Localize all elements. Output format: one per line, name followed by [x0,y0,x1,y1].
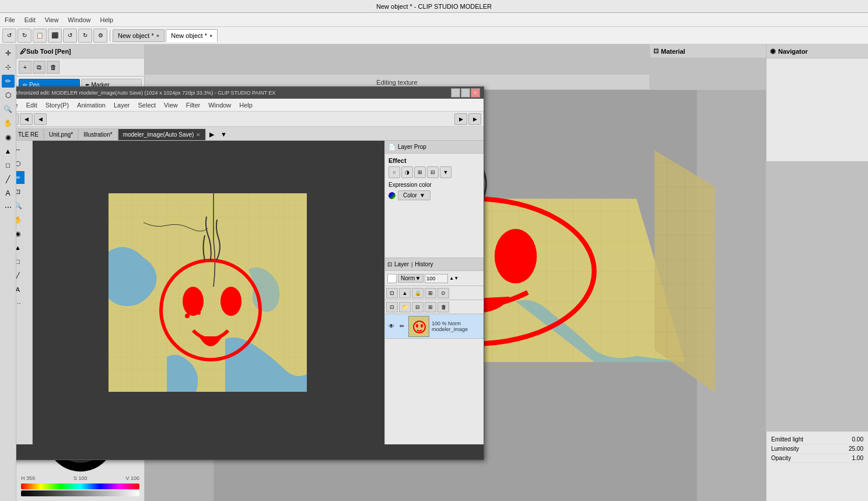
csp-menu-edit[interactable]: Edit [22,100,41,110]
tool-shape[interactable]: □ [2,159,15,172]
menu-help[interactable]: Help [95,15,118,25]
layer-lock[interactable] [387,274,397,283]
tabs-dropdown[interactable]: ▼ [218,128,229,140]
csp-tb-3[interactable]: ◀ [34,113,47,125]
layer-action-7[interactable]: 📁 [399,302,411,312]
tabs-scroll-right[interactable]: ▶ [206,128,218,140]
csp-layer-panel: ⊡ Layer | History Norm ▼ 100 ▲▼ ⊡ ▲ 🔒 ⊞ … [384,258,484,444]
menu-edit[interactable]: Edit [20,15,40,25]
csp-tb-r1[interactable]: ▶ [454,113,467,125]
layer-action-9[interactable]: ⊞ [425,302,436,312]
modeler-toolbar: ↺ ↻ 📋 ⬛ ↺ ↻ ⚙ New object * ● New object … [0,27,868,44]
color-indicator [388,192,396,199]
menu-view[interactable]: View [40,15,64,25]
toolbar-btn-4[interactable]: ⬛ [48,29,62,43]
layer-entry[interactable]: 👁 ✏ 100 % Norm modeler_image [385,314,484,339]
sub-tool-copy[interactable]: ⧉ [33,61,46,74]
title-text: New object * - CLIP STUDIO MODELER [376,3,492,10]
csp-menu-select[interactable]: Select [134,100,160,110]
effect-btn-1[interactable]: ○ [388,166,400,178]
layer-action-4[interactable]: ⊞ [425,288,436,298]
layer-action-3[interactable]: 🔒 [412,288,424,298]
svg-point-15 [421,324,423,328]
layer-panel-header: ⊡ Layer | History [385,258,484,271]
blend-mode-dropdown[interactable]: Norm ▼ [398,274,424,283]
tab-new-object-1[interactable]: New object * ● [113,29,164,42]
layer-tab[interactable]: | [411,262,412,267]
opacity-spin[interactable]: ▲▼ [449,276,459,281]
tool-pen[interactable]: ✏ [2,75,15,88]
svg-point-14 [416,324,418,328]
tool-extra[interactable]: ⋯ [2,201,15,214]
tool-pan[interactable]: ✋ [2,117,15,130]
layer-name: modeler_image [432,326,481,332]
csp-menu-window[interactable]: Window [204,100,235,110]
csp-tab-unit[interactable]: Unit.png* [44,128,78,140]
effect-dropdown[interactable]: ▼ [440,166,452,178]
tool-select[interactable]: ⊹ [2,61,15,74]
csp-menu: File Edit Story(P) Animation Layer Selec… [4,99,484,112]
layer-action-10[interactable]: 🗑 [438,302,449,312]
brightness-slider[interactable] [21,490,139,496]
csp-tab-illustration[interactable]: Illustration* [78,128,117,140]
menu-window[interactable]: Window [63,15,95,25]
csp-close[interactable]: ✕ [471,88,480,98]
layer-action-6[interactable]: ⊡ [386,302,398,312]
svg-point-9 [220,287,242,316]
tab-close-1[interactable]: ● [156,33,159,39]
tab-close-2[interactable]: ● [209,33,212,39]
csp-tab-modeler[interactable]: modeler_image(Auto Save) ✕ [118,128,206,140]
color-dropdown[interactable]: Color ▼ [398,190,430,200]
csp-menu-animation[interactable]: Animation [73,100,110,110]
tool-lasso[interactable]: ⬡ [2,89,15,102]
toolbar-btn-1[interactable]: ↺ [2,29,16,43]
menu-file[interactable]: File [0,15,20,25]
hue-slider[interactable] [21,483,139,489]
effect-btn-4[interactable]: ⊟ [427,166,439,178]
material-icon: ⊡ [653,47,659,55]
csp-maximize[interactable]: □ [461,88,470,98]
tool-zoom[interactable]: 🔍 [2,103,15,116]
layer-prop-icon: 📄 [388,144,396,150]
layer-actions-2: ⊡ 📁 ⊟ ⊞ 🗑 [385,300,484,314]
tab-new-object-2[interactable]: New object * ● [166,29,218,42]
toolbar-btn-7[interactable]: ⚙ [93,29,107,43]
sub-tool-add[interactable]: + [19,61,32,74]
layer-pen[interactable]: ✏ [398,322,406,330]
layer-action-2[interactable]: ▲ [399,288,411,298]
expression-color-label: Expression color [388,182,480,188]
layer-opacity-input[interactable]: 100 [425,274,448,283]
layer-action-8[interactable]: ⊟ [412,302,424,312]
layer-action-1[interactable]: ⊡ [386,288,398,298]
csp-menu-story[interactable]: Story(P) [41,100,73,110]
csp-menu-filter[interactable]: Filter [182,100,204,110]
tool-line[interactable]: ╱ [2,173,15,186]
csp-tab-close[interactable]: ✕ [196,132,201,138]
csp-minimize[interactable]: ─ [451,88,460,98]
bottom-props-panel: Emitted light 0.00 Luminosity 25.00 Opac… [766,431,868,501]
layer-actions: ⊡ ▲ 🔒 ⊞ ⊙ [385,286,484,300]
csp-tb-2[interactable]: ◀ [20,113,33,125]
layer-controls: Norm ▼ 100 ▲▼ [385,271,484,286]
toolbar-btn-3[interactable]: 📋 [33,29,47,43]
tool-move[interactable]: ✛ [2,47,15,60]
sub-tool-delete[interactable]: 🗑 [47,61,60,74]
csp-menu-layer[interactable]: Layer [110,100,134,110]
layer-action-5[interactable]: ⊙ [438,288,449,298]
toolbar-btn-5[interactable]: ↺ [63,29,77,43]
effect-btn-2[interactable]: ◑ [401,166,413,178]
csp-menu-view[interactable]: View [160,100,182,110]
layer-visibility[interactable]: 👁 [387,322,396,330]
tool-eye[interactable]: ◉ [2,131,15,144]
layer-thumb-svg [409,316,429,337]
csp-menu-help[interactable]: Help [235,100,257,110]
tool-text[interactable]: A [2,187,15,200]
effect-btn-3[interactable]: ⊞ [414,166,426,178]
toolbar-btn-6[interactable]: ↻ [78,29,92,43]
tool-fill[interactable]: ▲ [2,145,15,158]
toolbar-btn-2[interactable]: ↻ [18,29,32,43]
sub-tool-header: 🖊 Sub Tool [Pen] [16,44,144,58]
csp-tab-tlere[interactable]: TLE RE [13,128,44,140]
csp-tb-r2[interactable]: ▶ [468,113,481,125]
effect-panel-content: Effect ○ ◑ ⊞ ⊟ ▼ Expression color Color … [385,154,484,204]
